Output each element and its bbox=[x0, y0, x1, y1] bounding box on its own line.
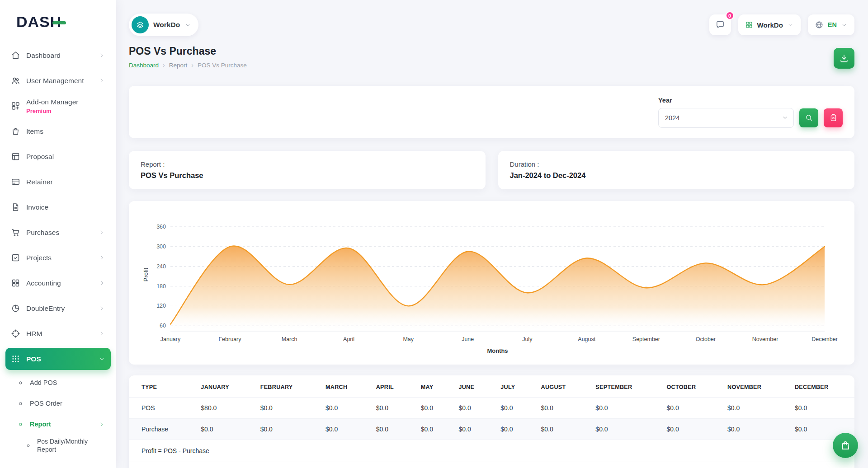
credit-card-icon bbox=[11, 177, 20, 187]
value-cell: $0.0 bbox=[451, 419, 493, 440]
apps-icon bbox=[11, 354, 20, 364]
value-cell: $0.0 bbox=[720, 462, 788, 468]
breadcrumb-item-dashboard[interactable]: Dashboard bbox=[129, 62, 159, 69]
row-type-cell: Purchase bbox=[129, 419, 193, 440]
bag-icon bbox=[11, 126, 20, 136]
value-cell: $0.0 bbox=[451, 462, 493, 468]
messages-badge: 0 bbox=[726, 11, 734, 20]
chart-card: 60120180240300360JanuaryFebruaryMarchApr… bbox=[129, 201, 854, 365]
clipboard-x-icon bbox=[829, 113, 838, 122]
column-header-november: NOVEMBER bbox=[720, 377, 788, 398]
sidebar-item-pos-daily-monthly-report[interactable]: Pos Daily/Monthly Report bbox=[5, 435, 111, 455]
column-header-may: MAY bbox=[414, 377, 452, 398]
sidebar-item-pos-order[interactable]: POS Order bbox=[5, 394, 111, 413]
sidebar-item-pos[interactable]: POS bbox=[5, 348, 111, 370]
page-head: POS Vs Purchase Dashboard›Report›POS Vs … bbox=[129, 45, 854, 69]
value-cell: $0.0 bbox=[588, 419, 659, 440]
sidebar-item-add-pos[interactable]: Add POS bbox=[5, 373, 111, 392]
sidebar-item-hrm[interactable]: HRM bbox=[5, 323, 111, 345]
messages-button[interactable]: 0 bbox=[709, 14, 731, 35]
reset-button[interactable] bbox=[824, 108, 843, 127]
chevron-right-icon bbox=[99, 305, 105, 312]
value-cell: $0.0 bbox=[253, 398, 318, 419]
addon-plus-icon bbox=[11, 101, 20, 111]
sidebar-item-purchases[interactable]: Purchases bbox=[5, 221, 111, 243]
svg-text:February: February bbox=[218, 336, 241, 342]
svg-text:60: 60 bbox=[160, 323, 166, 329]
svg-text:Profit: Profit bbox=[142, 267, 149, 281]
download-icon bbox=[839, 53, 849, 63]
svg-text:June: June bbox=[462, 336, 474, 342]
svg-text:July: July bbox=[522, 336, 533, 342]
download-button[interactable] bbox=[834, 48, 854, 69]
summary-cards: Report : POS Vs Purchase Duration : Jan-… bbox=[129, 151, 854, 189]
cart-icon bbox=[11, 228, 20, 237]
sidebar-item-invoice[interactable]: Invoice bbox=[5, 196, 111, 218]
chevron-down-icon bbox=[184, 22, 191, 28]
sidebar-item-label: HRM bbox=[26, 330, 42, 338]
column-header-december: DECEMBER bbox=[788, 377, 854, 398]
value-cell: $0.0 bbox=[493, 419, 533, 440]
sidebar-item-doubleentry[interactable]: DoubleEntry bbox=[5, 297, 111, 319]
sidebar-item-label: Report bbox=[30, 421, 51, 428]
value-cell: $0.0 bbox=[788, 398, 854, 419]
sidebar-item-label: POS bbox=[26, 355, 41, 363]
value-cell: $0.0 bbox=[318, 398, 369, 419]
topbar-actions: 0 WorkDo EN bbox=[709, 14, 854, 35]
logo-dash-mark bbox=[52, 21, 66, 24]
svg-text:Months: Months bbox=[487, 347, 508, 354]
filter-card: Year 2024 bbox=[129, 86, 854, 138]
sidebar-item-add-on-manager[interactable]: Add-on ManagerPremium bbox=[5, 95, 111, 117]
sidebar-item-dashboard[interactable]: Dashboard bbox=[5, 44, 111, 66]
workspace-avatar bbox=[132, 16, 149, 33]
target-icon bbox=[11, 329, 20, 338]
sidebar-item-label: Accounting bbox=[26, 279, 61, 287]
check-square-icon bbox=[11, 253, 20, 262]
sidebar-item-retainer[interactable]: Retainer bbox=[5, 171, 111, 193]
chevron-right-icon bbox=[99, 77, 105, 84]
sidebar-item-report[interactable]: Report bbox=[5, 415, 111, 434]
search-button[interactable] bbox=[799, 108, 818, 127]
year-filter-group: Year 2024 bbox=[658, 97, 843, 128]
layout-icon bbox=[11, 152, 20, 161]
sidebar-item-proposal[interactable]: Proposal bbox=[5, 145, 111, 168]
sidebar-item-label: Dashboard bbox=[26, 51, 61, 60]
svg-text:April: April bbox=[343, 336, 354, 342]
language-menu-button[interactable]: EN bbox=[808, 14, 854, 35]
sidebar-item-accounting[interactable]: Accounting bbox=[5, 272, 111, 294]
sidebar-nav: DashboardUser ManagementAdd-on ManagerPr… bbox=[0, 43, 116, 468]
sidebar-item-label: Items bbox=[26, 127, 43, 136]
value-cell: $0.0 bbox=[659, 398, 720, 419]
sidebar-item-label: User Management bbox=[26, 77, 84, 85]
report-info-card: Report : POS Vs Purchase bbox=[129, 151, 486, 189]
value-cell: $0.0 bbox=[414, 419, 452, 440]
svg-text:December: December bbox=[811, 336, 838, 342]
sidebar-item-items[interactable]: Items bbox=[5, 120, 111, 142]
sidebar: DASH DashboardUser ManagementAdd-on Mana… bbox=[0, 0, 116, 468]
chart-area bbox=[170, 246, 825, 331]
sidebar-item-projects[interactable]: Projects bbox=[5, 247, 111, 269]
shopping-bag-icon bbox=[840, 440, 851, 451]
column-header-september: SEPTEMBER bbox=[588, 377, 659, 398]
svg-text:January: January bbox=[160, 336, 181, 342]
chevron-down-icon bbox=[841, 22, 848, 28]
chevron-right-icon bbox=[99, 330, 105, 337]
breadcrumb-item-report[interactable]: Report bbox=[169, 62, 188, 69]
column-header-july: JULY bbox=[493, 377, 533, 398]
company-menu-button[interactable]: WorkDo bbox=[738, 14, 801, 35]
year-select[interactable]: 2024 bbox=[658, 108, 794, 128]
value-cell: $0.0 bbox=[318, 419, 369, 440]
value-cell: $0.0 bbox=[720, 419, 788, 440]
chevron-right-icon bbox=[99, 52, 105, 59]
value-cell: $0.0 bbox=[720, 398, 788, 419]
app-logo[interactable]: DASH bbox=[0, 0, 116, 43]
value-cell: $0.0 bbox=[788, 462, 854, 468]
layers-icon bbox=[136, 21, 144, 29]
sidebar-item-user-management[interactable]: User Management bbox=[5, 70, 111, 92]
pos-cart-fab[interactable] bbox=[833, 433, 858, 458]
svg-text:240: 240 bbox=[156, 263, 166, 270]
premium-badge: Premium bbox=[26, 108, 78, 114]
users-icon bbox=[11, 76, 20, 85]
workspace-switcher[interactable]: WorkDo bbox=[129, 14, 198, 36]
row-type-cell: POS bbox=[129, 398, 193, 419]
